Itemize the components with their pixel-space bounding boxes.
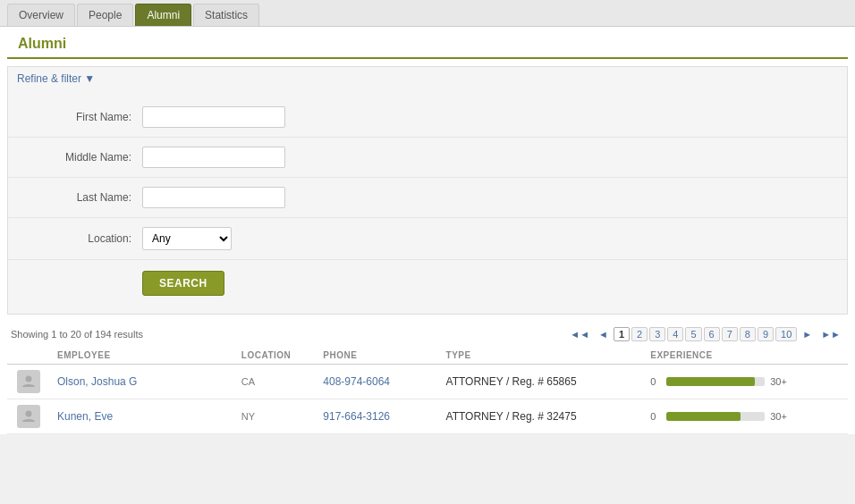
exp-bar-bg (666, 412, 765, 421)
col-phone-header: PHONE (316, 347, 438, 365)
location-label: Location: (26, 232, 142, 245)
exp-start: 0 (650, 376, 661, 387)
avatar (17, 405, 40, 428)
employee-name[interactable]: Kunen, Eve (57, 410, 113, 423)
results-header: Showing 1 to 20 of 194 results ◄◄◄123456… (7, 322, 848, 347)
col-avatar-header (7, 347, 50, 365)
pagination: ◄◄◄12345678910►►► (566, 327, 844, 341)
results-table: EMPLOYEE LOCATION PHONE TYPE EXPERIENCE … (7, 347, 848, 434)
page-10[interactable]: 10 (775, 327, 797, 341)
location-select[interactable]: AnyCANYTXFLIL (142, 227, 232, 250)
results-section: Showing 1 to 20 of 194 results ◄◄◄123456… (0, 322, 855, 434)
exp-bar-fill (666, 377, 755, 386)
experience-bar: 0 30+ (650, 411, 841, 422)
employee-location: NY (234, 399, 316, 434)
results-summary: Showing 1 to 20 of 194 results (11, 329, 143, 340)
page-prev[interactable]: ◄ (595, 328, 612, 340)
col-employee-header: EMPLOYEE (50, 347, 234, 365)
employee-type: ATTORNEY / Reg. # 32475 (439, 399, 644, 434)
page-title: Alumni (7, 27, 848, 59)
page-5[interactable]: 5 (685, 327, 701, 341)
refine-filter-button[interactable]: Refine & filter ▼ (8, 67, 104, 90)
col-experience-header: EXPERIENCE (643, 347, 848, 365)
page-9[interactable]: 9 (758, 327, 774, 341)
tab-bar: OverviewPeopleAlumniStatistics (0, 0, 855, 27)
first-name-label: First Name: (26, 111, 142, 123)
last-name-row: Last Name: (8, 178, 847, 218)
tab-overview[interactable]: Overview (7, 4, 75, 26)
search-row: SEARCH (8, 260, 847, 299)
page-4[interactable]: 4 (667, 327, 683, 341)
employee-type: ATTORNEY / Reg. # 65865 (439, 365, 644, 399)
page-1[interactable]: 1 (614, 327, 630, 341)
page-3[interactable]: 3 (649, 327, 665, 341)
employee-name[interactable]: Olson, Joshua G (57, 375, 137, 388)
page-first[interactable]: ◄◄ (566, 328, 593, 340)
page-next[interactable]: ► (799, 328, 816, 340)
exp-start: 0 (650, 411, 661, 422)
col-location-header: LOCATION (234, 347, 316, 365)
first-name-input[interactable] (142, 106, 285, 128)
avatar (17, 370, 40, 393)
main-content: Alumni Refine & filter ▼ First Name: Mid… (0, 27, 855, 434)
search-button[interactable]: SEARCH (142, 271, 224, 296)
svg-point-1 (26, 411, 32, 417)
page-8[interactable]: 8 (740, 327, 756, 341)
tab-statistics[interactable]: Statistics (193, 4, 259, 26)
page-7[interactable]: 7 (722, 327, 738, 341)
tab-alumni[interactable]: Alumni (135, 4, 191, 26)
exp-end: 30+ (770, 411, 787, 422)
page-2[interactable]: 2 (631, 327, 648, 341)
table-row: Kunen, EveNY917-664-3126ATTORNEY / Reg. … (7, 399, 848, 434)
page-6[interactable]: 6 (704, 327, 720, 341)
middle-name-row: Middle Name: (8, 138, 847, 178)
exp-bar-bg (666, 377, 765, 386)
employee-location: CA (234, 365, 316, 399)
first-name-row: First Name: (8, 97, 847, 138)
last-name-label: Last Name: (26, 191, 142, 204)
exp-bar-fill (666, 412, 741, 421)
filter-form: First Name: Middle Name: Last Name: Loca… (8, 90, 847, 314)
last-name-input[interactable] (142, 187, 285, 208)
filter-panel: Refine & filter ▼ First Name: Middle Nam… (7, 66, 848, 315)
experience-bar: 0 30+ (650, 376, 841, 387)
tab-people[interactable]: People (77, 4, 133, 26)
employee-phone[interactable]: 408-974-6064 (323, 375, 390, 388)
page-last[interactable]: ►► (817, 328, 844, 340)
middle-name-input[interactable] (142, 147, 285, 168)
exp-end: 30+ (770, 376, 787, 387)
middle-name-label: Middle Name: (26, 151, 142, 164)
table-row: Olson, Joshua GCA408-974-6064ATTORNEY / … (7, 365, 848, 399)
location-row: Location: AnyCANYTXFLIL (8, 218, 847, 260)
col-type-header: TYPE (439, 347, 644, 365)
employee-phone[interactable]: 917-664-3126 (323, 410, 390, 423)
svg-point-0 (26, 376, 32, 382)
